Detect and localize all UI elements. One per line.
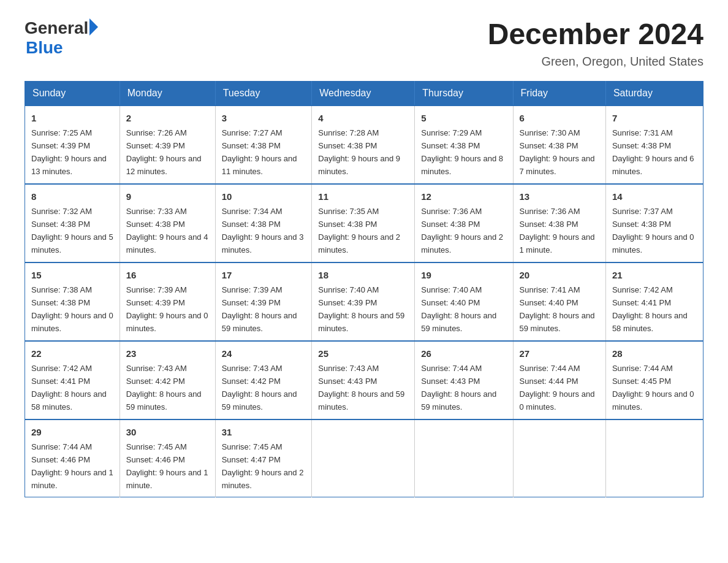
logo-arrow-icon xyxy=(89,18,98,36)
day-number: 21 xyxy=(612,268,697,282)
day-number: 27 xyxy=(520,347,599,361)
day-info: Sunrise: 7:43 AMSunset: 4:42 PMDaylight:… xyxy=(222,364,297,412)
calendar-day-empty xyxy=(513,419,605,497)
logo-blue: Blue xyxy=(26,38,63,58)
day-info: Sunrise: 7:44 AMSunset: 4:44 PMDaylight:… xyxy=(520,364,595,412)
day-number: 9 xyxy=(126,190,209,204)
day-number: 16 xyxy=(126,268,209,282)
day-number: 6 xyxy=(520,111,599,125)
day-info: Sunrise: 7:32 AMSunset: 4:38 PMDaylight:… xyxy=(31,207,113,255)
calendar-day-15: 15Sunrise: 7:38 AMSunset: 4:38 PMDayligh… xyxy=(25,262,120,341)
calendar-day-6: 6Sunrise: 7:30 AMSunset: 4:38 PMDaylight… xyxy=(513,105,605,184)
calendar-day-18: 18Sunrise: 7:40 AMSunset: 4:39 PMDayligh… xyxy=(312,262,415,341)
calendar-day-25: 25Sunrise: 7:43 AMSunset: 4:43 PMDayligh… xyxy=(312,341,415,419)
day-info: Sunrise: 7:27 AMSunset: 4:38 PMDaylight:… xyxy=(222,128,297,176)
day-info: Sunrise: 7:25 AMSunset: 4:39 PMDaylight:… xyxy=(31,128,107,176)
calendar-day-4: 4Sunrise: 7:28 AMSunset: 4:38 PMDaylight… xyxy=(312,105,415,184)
calendar-day-30: 30Sunrise: 7:45 AMSunset: 4:46 PMDayligh… xyxy=(119,419,215,497)
day-info: Sunrise: 7:43 AMSunset: 4:42 PMDaylight:… xyxy=(126,364,202,412)
calendar-day-3: 3Sunrise: 7:27 AMSunset: 4:38 PMDaylight… xyxy=(215,105,312,184)
day-info: Sunrise: 7:42 AMSunset: 4:41 PMDaylight:… xyxy=(612,285,688,333)
day-info: Sunrise: 7:38 AMSunset: 4:38 PMDaylight:… xyxy=(31,285,113,333)
day-number: 14 xyxy=(612,190,697,204)
calendar-day-10: 10Sunrise: 7:34 AMSunset: 4:38 PMDayligh… xyxy=(215,184,312,262)
day-number: 24 xyxy=(222,347,306,361)
calendar-week-4: 22Sunrise: 7:42 AMSunset: 4:41 PMDayligh… xyxy=(25,341,703,419)
day-number: 28 xyxy=(612,347,697,361)
day-info: Sunrise: 7:36 AMSunset: 4:38 PMDaylight:… xyxy=(520,207,595,255)
day-number: 31 xyxy=(222,425,306,439)
calendar-day-empty xyxy=(605,419,703,497)
day-info: Sunrise: 7:26 AMSunset: 4:39 PMDaylight:… xyxy=(126,128,202,176)
day-info: Sunrise: 7:30 AMSunset: 4:38 PMDaylight:… xyxy=(520,128,595,176)
day-number: 12 xyxy=(421,190,506,204)
calendar-day-31: 31Sunrise: 7:45 AMSunset: 4:47 PMDayligh… xyxy=(215,419,312,497)
weekday-header-row: SundayMondayTuesdayWednesdayThursdayFrid… xyxy=(25,81,703,105)
day-info: Sunrise: 7:44 AMSunset: 4:43 PMDaylight:… xyxy=(421,364,496,412)
calendar-day-29: 29Sunrise: 7:44 AMSunset: 4:46 PMDayligh… xyxy=(25,419,120,497)
day-number: 3 xyxy=(222,111,306,125)
weekday-header-wednesday: Wednesday xyxy=(312,81,415,105)
day-info: Sunrise: 7:33 AMSunset: 4:38 PMDaylight:… xyxy=(126,207,208,255)
calendar-day-20: 20Sunrise: 7:41 AMSunset: 4:40 PMDayligh… xyxy=(513,262,605,341)
day-number: 13 xyxy=(520,190,599,204)
day-number: 15 xyxy=(31,268,113,282)
calendar-day-24: 24Sunrise: 7:43 AMSunset: 4:42 PMDayligh… xyxy=(215,341,312,419)
weekday-header-thursday: Thursday xyxy=(415,81,513,105)
day-info: Sunrise: 7:42 AMSunset: 4:41 PMDaylight:… xyxy=(31,364,107,412)
day-number: 23 xyxy=(126,347,209,361)
calendar-header: SundayMondayTuesdayWednesdayThursdayFrid… xyxy=(25,81,703,105)
calendar-day-19: 19Sunrise: 7:40 AMSunset: 4:40 PMDayligh… xyxy=(415,262,513,341)
day-number: 19 xyxy=(421,268,506,282)
day-info: Sunrise: 7:44 AMSunset: 4:46 PMDaylight:… xyxy=(31,442,113,490)
calendar-table: SundayMondayTuesdayWednesdayThursdayFrid… xyxy=(25,81,703,498)
calendar-week-3: 15Sunrise: 7:38 AMSunset: 4:38 PMDayligh… xyxy=(25,262,703,341)
day-info: Sunrise: 7:44 AMSunset: 4:45 PMDaylight:… xyxy=(612,364,694,412)
calendar-day-empty xyxy=(312,419,415,497)
day-number: 7 xyxy=(612,111,697,125)
day-number: 5 xyxy=(421,111,506,125)
day-info: Sunrise: 7:39 AMSunset: 4:39 PMDaylight:… xyxy=(126,285,208,333)
day-info: Sunrise: 7:28 AMSunset: 4:38 PMDaylight:… xyxy=(318,128,400,176)
calendar-week-1: 1Sunrise: 7:25 AMSunset: 4:39 PMDaylight… xyxy=(25,105,703,184)
day-info: Sunrise: 7:29 AMSunset: 4:38 PMDaylight:… xyxy=(421,128,503,176)
day-info: Sunrise: 7:40 AMSunset: 4:39 PMDaylight:… xyxy=(318,285,404,333)
calendar-day-23: 23Sunrise: 7:43 AMSunset: 4:42 PMDayligh… xyxy=(119,341,215,419)
day-info: Sunrise: 7:45 AMSunset: 4:47 PMDaylight:… xyxy=(222,442,304,490)
logo: General Blue xyxy=(25,18,98,58)
day-number: 26 xyxy=(421,347,506,361)
weekday-header-monday: Monday xyxy=(119,81,215,105)
page-header: General Blue December 2024 Green, Oregon… xyxy=(25,18,703,69)
day-info: Sunrise: 7:37 AMSunset: 4:38 PMDaylight:… xyxy=(612,207,694,255)
day-info: Sunrise: 7:36 AMSunset: 4:38 PMDaylight:… xyxy=(421,207,503,255)
day-info: Sunrise: 7:31 AMSunset: 4:38 PMDaylight:… xyxy=(612,128,694,176)
calendar-day-21: 21Sunrise: 7:42 AMSunset: 4:41 PMDayligh… xyxy=(605,262,703,341)
day-number: 17 xyxy=(222,268,306,282)
day-info: Sunrise: 7:41 AMSunset: 4:40 PMDaylight:… xyxy=(520,285,595,333)
calendar-week-5: 29Sunrise: 7:44 AMSunset: 4:46 PMDayligh… xyxy=(25,419,703,497)
calendar-title: December 2024 xyxy=(488,18,703,51)
day-number: 11 xyxy=(318,190,408,204)
day-info: Sunrise: 7:45 AMSunset: 4:46 PMDaylight:… xyxy=(126,442,208,490)
day-number: 1 xyxy=(31,111,113,125)
day-info: Sunrise: 7:43 AMSunset: 4:43 PMDaylight:… xyxy=(318,364,404,412)
day-info: Sunrise: 7:40 AMSunset: 4:40 PMDaylight:… xyxy=(421,285,496,333)
calendar-day-12: 12Sunrise: 7:36 AMSunset: 4:38 PMDayligh… xyxy=(415,184,513,262)
calendar-day-26: 26Sunrise: 7:44 AMSunset: 4:43 PMDayligh… xyxy=(415,341,513,419)
calendar-day-2: 2Sunrise: 7:26 AMSunset: 4:39 PMDaylight… xyxy=(119,105,215,184)
calendar-day-5: 5Sunrise: 7:29 AMSunset: 4:38 PMDaylight… xyxy=(415,105,513,184)
calendar-day-7: 7Sunrise: 7:31 AMSunset: 4:38 PMDaylight… xyxy=(605,105,703,184)
day-number: 18 xyxy=(318,268,408,282)
calendar-day-11: 11Sunrise: 7:35 AMSunset: 4:38 PMDayligh… xyxy=(312,184,415,262)
calendar-week-2: 8Sunrise: 7:32 AMSunset: 4:38 PMDaylight… xyxy=(25,184,703,262)
calendar-day-28: 28Sunrise: 7:44 AMSunset: 4:45 PMDayligh… xyxy=(605,341,703,419)
calendar-day-empty xyxy=(415,419,513,497)
logo-general: General xyxy=(25,18,88,38)
calendar-day-22: 22Sunrise: 7:42 AMSunset: 4:41 PMDayligh… xyxy=(25,341,120,419)
day-info: Sunrise: 7:34 AMSunset: 4:38 PMDaylight:… xyxy=(222,207,304,255)
day-number: 22 xyxy=(31,347,113,361)
weekday-header-tuesday: Tuesday xyxy=(215,81,312,105)
day-info: Sunrise: 7:35 AMSunset: 4:38 PMDaylight:… xyxy=(318,207,400,255)
calendar-day-1: 1Sunrise: 7:25 AMSunset: 4:39 PMDaylight… xyxy=(25,105,120,184)
day-number: 29 xyxy=(31,425,113,439)
